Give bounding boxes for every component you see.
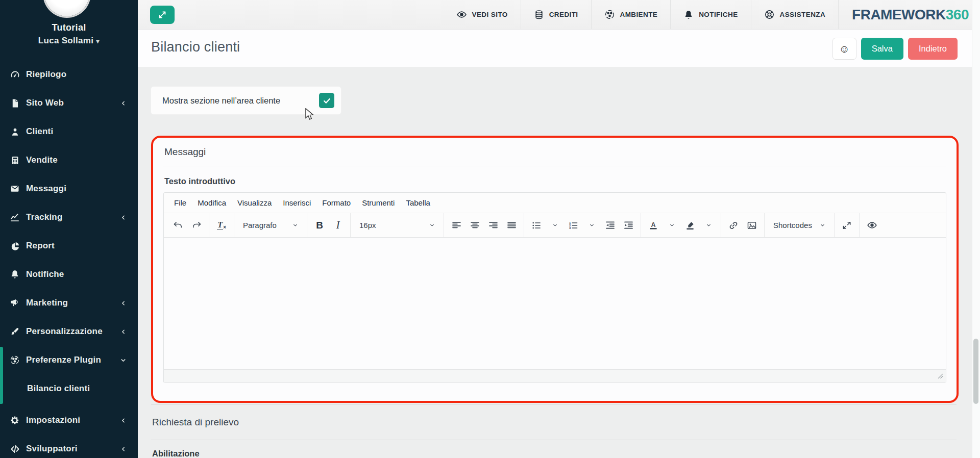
- preview-button[interactable]: [863, 217, 880, 234]
- fullscreen-button[interactable]: [838, 217, 855, 234]
- pie-chart-icon: [9, 240, 20, 251]
- logo-number: 360: [946, 7, 969, 23]
- sidebar-item-preferenze-plugin[interactable]: Preferenze Plugin: [0, 346, 138, 374]
- scrollbar-thumb[interactable]: [973, 339, 978, 404]
- eye-icon: [456, 9, 467, 20]
- bullet-list-button[interactable]: [528, 217, 545, 234]
- paragraph-format-value: Paragrafo: [243, 221, 277, 230]
- bold-button[interactable]: B: [311, 217, 328, 234]
- page-header: Bilancio clienti ☺ Salva Indietro: [138, 30, 980, 67]
- sidebar-item-report[interactable]: Report: [0, 232, 138, 260]
- check-icon: [323, 96, 331, 105]
- bullet-list-options-button[interactable]: [546, 217, 564, 234]
- italic-button[interactable]: I: [329, 217, 347, 234]
- sidebar-item-tracking[interactable]: Tracking: [0, 203, 138, 232]
- save-button[interactable]: Salva: [861, 38, 903, 60]
- menu-strumenti[interactable]: Strumenti: [356, 198, 400, 207]
- envelope-icon: [9, 183, 20, 194]
- indent-button[interactable]: [620, 217, 637, 234]
- sidebar-item-label: Report: [26, 241, 55, 251]
- align-left-button[interactable]: [448, 217, 465, 234]
- menu-visualizza[interactable]: Visualizza: [232, 198, 277, 207]
- editor-content-area[interactable]: [164, 238, 946, 369]
- back-button[interactable]: Indietro: [908, 38, 958, 60]
- numbered-list-button[interactable]: 123: [565, 217, 582, 234]
- sidebar-item-label: Personalizzazione: [26, 326, 103, 337]
- highlight-color-button[interactable]: [681, 217, 699, 234]
- scrollbar-track[interactable]: [972, 0, 980, 458]
- section-title: Messaggi: [163, 138, 946, 166]
- cluster-icon: [604, 9, 615, 20]
- sidebar-item-riepilogo[interactable]: Riepilogo: [0, 60, 138, 89]
- insert-image-button[interactable]: [743, 217, 761, 234]
- sidebar-item-label: Vendite: [26, 155, 58, 165]
- menu-formato[interactable]: Formato: [316, 198, 356, 207]
- sidebar-item-messaggi[interactable]: Messaggi: [0, 174, 138, 203]
- expand-sidebar-button[interactable]: [150, 6, 175, 24]
- menu-inserisci[interactable]: Inserisci: [277, 198, 316, 207]
- italic-icon: I: [336, 219, 340, 231]
- chevron-left-icon: [120, 300, 127, 307]
- sidebar-item-personalizzazione[interactable]: Personalizzazione: [0, 317, 138, 346]
- sidebar-item-bilancio-clienti[interactable]: Bilancio clienti: [0, 374, 138, 403]
- sidebar-item-sito-web[interactable]: Sito Web: [0, 89, 138, 117]
- sidebar-item-marketing[interactable]: Marketing: [0, 289, 138, 317]
- svg-text:3: 3: [569, 226, 571, 230]
- bell-icon: [9, 269, 20, 280]
- undo-button[interactable]: [169, 217, 187, 234]
- image-icon: [747, 220, 757, 231]
- sidebar-item-impostazioni[interactable]: Impostazioni: [0, 406, 138, 435]
- outdent-button[interactable]: [601, 217, 619, 234]
- topbar-item-crediti[interactable]: CREDITI: [521, 0, 591, 29]
- sidebar-item-label: Riepilogo: [26, 69, 66, 80]
- highlight-color-options-button[interactable]: [700, 217, 717, 234]
- topbar-item-notifiche[interactable]: NOTIFICHE: [670, 0, 750, 29]
- user-menu[interactable]: Luca Sollami ▾: [0, 36, 138, 46]
- editor-statusbar: [164, 369, 946, 383]
- diagonal-arrows-icon: [157, 10, 167, 20]
- chevron-left-icon: [120, 214, 127, 221]
- outdent-icon: [605, 220, 616, 231]
- bell-icon: [683, 10, 694, 20]
- svg-text:A: A: [651, 221, 655, 228]
- sidebar-item-label: Sito Web: [26, 98, 64, 108]
- redo-button[interactable]: [188, 217, 205, 234]
- topbar-item-assistenza[interactable]: ASSISTENZA: [751, 0, 839, 29]
- align-justify-button[interactable]: [503, 217, 520, 234]
- sidebar-nav: Riepilogo Sito Web Clienti Vendite Messa…: [0, 60, 138, 458]
- show-section-checkbox[interactable]: [319, 93, 334, 108]
- page-title: Bilancio clienti: [151, 39, 240, 55]
- topbar-item-vedi-sito[interactable]: VEDI SITO: [444, 0, 521, 29]
- brush-icon: [9, 326, 20, 337]
- fullscreen-icon: [842, 220, 852, 231]
- align-right-button[interactable]: [484, 217, 502, 234]
- numbered-list-options-button[interactable]: [583, 217, 600, 234]
- gauge-icon: [9, 69, 20, 80]
- insert-link-button[interactable]: [725, 217, 742, 234]
- menu-file[interactable]: File: [168, 198, 192, 207]
- shortcodes-dropdown[interactable]: Shortcodes: [768, 217, 830, 234]
- sidebar-item-vendite[interactable]: Vendite: [0, 146, 138, 174]
- paragraph-format-dropdown[interactable]: Paragrafo: [238, 217, 303, 234]
- sidebar-item-sviluppatori[interactable]: Sviluppatori: [0, 435, 138, 458]
- shortcodes-label: Shortcodes: [773, 221, 812, 230]
- text-color-button[interactable]: A: [645, 217, 662, 234]
- avatar[interactable]: [44, 0, 89, 16]
- chevron-down-icon: [552, 222, 558, 228]
- chevron-down-icon: [120, 357, 127, 364]
- sidebar-item-clienti[interactable]: Clienti: [0, 117, 138, 146]
- font-size-dropdown[interactable]: 16px: [354, 217, 440, 234]
- support-icon: [764, 9, 775, 20]
- menu-tabella[interactable]: Tabella: [400, 198, 436, 207]
- clear-formatting-button[interactable]: T×: [213, 217, 230, 234]
- text-color-options-button[interactable]: [663, 217, 680, 234]
- indent-icon: [623, 220, 634, 231]
- topbar-item-ambiente[interactable]: AMBIENTE: [591, 0, 671, 29]
- resize-handle-icon[interactable]: [938, 373, 943, 379]
- sidebar-item-notifiche[interactable]: Notifiche: [0, 260, 138, 289]
- align-center-button[interactable]: [466, 217, 483, 234]
- emoji-button[interactable]: ☺: [832, 38, 856, 60]
- menu-modifica[interactable]: Modifica: [192, 198, 232, 207]
- framework360-logo[interactable]: FRAMEWORK360: [838, 0, 969, 29]
- calculator-icon: [9, 155, 20, 166]
